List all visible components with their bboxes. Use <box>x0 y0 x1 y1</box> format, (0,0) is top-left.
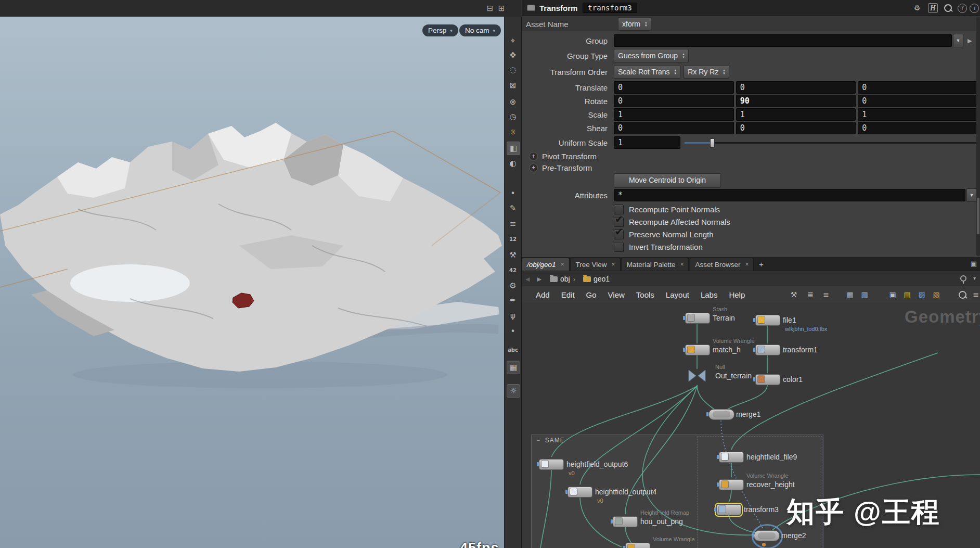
menu-edit[interactable]: Edit <box>556 290 581 299</box>
group-input[interactable] <box>614 34 952 47</box>
pin-icon[interactable] <box>960 275 966 282</box>
chevron-down-icon[interactable]: ▾ <box>973 275 976 281</box>
scrollbar-thumb[interactable] <box>977 198 979 234</box>
menu-go[interactable]: Go <box>581 290 602 299</box>
snap-point-icon[interactable]: • <box>507 187 519 200</box>
asset-name-dropdown[interactable]: xform <box>618 17 651 31</box>
expand-plus-icon[interactable]: + <box>529 152 538 161</box>
scale-z-input[interactable]: 1 <box>858 108 978 121</box>
invert-transformation-checkbox[interactable] <box>614 242 624 252</box>
pane-network-icon[interactable]: ⊟ <box>485 3 495 14</box>
node-terrain[interactable]: Stash Terrain <box>685 313 710 323</box>
close-icon[interactable]: × <box>745 261 749 268</box>
tab-material-palette[interactable]: Material Palette × <box>622 258 689 271</box>
select-lasso-icon[interactable]: ◌ <box>507 63 519 76</box>
sculpt-tool-icon[interactable]: ⚒ <box>507 249 519 261</box>
node-body[interactable] <box>719 479 744 490</box>
shading-mode-icon[interactable]: ◧ <box>507 142 520 155</box>
node-partial-bottom[interactable]: Volume Wrangle <box>625 543 650 548</box>
group-dropdown-button[interactable]: ▼ <box>953 34 963 47</box>
uniform-scale-slider[interactable] <box>685 137 979 148</box>
parameter-scrollbar[interactable] <box>976 17 980 256</box>
camera-menu-button[interactable]: No cam▾ <box>459 24 501 36</box>
cancel-loop-icon[interactable]: ⊗ <box>507 96 519 108</box>
shear-x-input[interactable]: 0 <box>614 122 734 134</box>
split-tool-icon[interactable]: ψ <box>507 310 519 322</box>
node-body[interactable] <box>716 504 741 515</box>
back-arrow-icon[interactable]: ◀ <box>522 276 533 283</box>
slider-handle[interactable] <box>710 138 715 148</box>
draw-stroke-icon[interactable]: ✎ <box>507 202 519 214</box>
node-body[interactable] <box>625 543 650 548</box>
attributes-dropdown-button[interactable]: ▼ <box>966 188 977 202</box>
menu-view[interactable]: View <box>602 290 630 299</box>
uniform-scale-input[interactable]: 1 <box>614 136 680 149</box>
node-recover-height[interactable]: Volume Wrangle recover_height <box>719 479 744 489</box>
shear-y-input[interactable]: 0 <box>736 122 856 134</box>
badge-42-icon[interactable]: 42 <box>507 264 519 277</box>
rotate-x-input[interactable]: 0 <box>614 95 734 107</box>
transform-order-dropdown[interactable]: Scale Rot Trans <box>614 65 680 79</box>
node-color1[interactable]: color1 <box>755 374 780 384</box>
close-icon[interactable]: × <box>612 261 615 268</box>
scale-y-input[interactable]: 1 <box>736 108 856 121</box>
node-hou-out-png[interactable]: HeightField Remap hou_out_png <box>613 516 638 526</box>
close-icon[interactable]: × <box>680 261 684 268</box>
node-merge2[interactable]: merge2 <box>754 530 780 540</box>
pane-layout-icon[interactable]: ⊞ <box>496 3 507 14</box>
node-file1[interactable]: file1 wlkjbhn_lod0.fbx <box>755 315 780 325</box>
attributes-input[interactable]: * <box>614 189 965 201</box>
node-heightfield-file9[interactable]: heightfield_file9 <box>719 452 744 462</box>
node-body[interactable] <box>613 516 638 527</box>
null-node-icon[interactable] <box>688 369 706 383</box>
badge-12-icon[interactable]: 12 <box>507 233 519 246</box>
settings-gear-icon[interactable]: ⚙ <box>911 2 923 14</box>
headlight-icon[interactable]: ☼ <box>507 126 519 138</box>
rotate-y-input[interactable]: 90 <box>736 95 856 107</box>
pane-split-icon[interactable]: ▣ <box>971 260 977 267</box>
node-body[interactable] <box>755 374 780 385</box>
new-tab-button[interactable]: + <box>755 258 767 271</box>
breadcrumb-obj[interactable]: obj <box>560 275 570 283</box>
lock-selection-icon[interactable]: ⊠ <box>507 79 519 92</box>
tree-view-icon[interactable]: ≣ <box>805 290 816 299</box>
node-match-h[interactable]: Volume Wrangle match_h <box>685 345 710 354</box>
pre-transform-collapser[interactable]: + Pre-Transform <box>522 161 979 174</box>
node-body[interactable] <box>708 409 734 420</box>
find-node-icon[interactable] <box>959 291 966 299</box>
group-type-dropdown[interactable]: Guess from Group <box>614 49 689 62</box>
preserve-normal-length-checkbox[interactable] <box>614 230 624 239</box>
rotate-z-input[interactable]: 0 <box>858 95 978 107</box>
background-image-icon[interactable]: ▦ <box>507 361 520 374</box>
tab-asset-browser[interactable]: Asset Browser × <box>690 258 754 271</box>
sticky-note-icon[interactable]: ▤ <box>902 290 912 299</box>
timer-icon[interactable]: ◷ <box>507 110 519 123</box>
node-heightfield-output6[interactable]: heightfield_output6 v0 <box>539 459 564 469</box>
close-icon[interactable]: × <box>561 261 564 268</box>
grid-small-icon[interactable]: ▦ <box>845 290 855 299</box>
scene-viewport[interactable]: Persp▾ No cam▾ 45fps <box>0 17 504 548</box>
node-body[interactable] <box>685 345 710 355</box>
menu-add[interactable]: Add <box>530 290 556 299</box>
node-body[interactable] <box>755 345 780 355</box>
expand-plus-icon[interactable]: + <box>529 163 538 172</box>
node-transform3[interactable]: transform3 <box>716 504 741 514</box>
houdini-logo-icon[interactable]: H <box>928 3 938 13</box>
node-body[interactable] <box>719 452 744 463</box>
image-plane-icon[interactable]: ▨ <box>917 290 927 299</box>
shear-z-input[interactable]: 0 <box>858 122 978 134</box>
translate-y-input[interactable]: 0 <box>736 81 856 94</box>
menu-layout[interactable]: Layout <box>660 290 695 299</box>
move-handles-icon[interactable]: ✥ <box>507 49 519 61</box>
list-view-icon[interactable]: ≡ <box>821 290 831 299</box>
forward-arrow-icon[interactable]: ▶ <box>533 276 545 283</box>
wrench-tool-icon[interactable]: ⚙ <box>507 279 519 292</box>
more-menu-icon[interactable]: ≡ <box>971 290 980 299</box>
material-shade-icon[interactable]: ◐ <box>507 157 519 170</box>
text-abc-icon[interactable]: abc <box>507 344 519 356</box>
point-dot-icon[interactable]: • <box>507 325 519 338</box>
node-body[interactable] <box>754 530 780 541</box>
rotate-order-dropdown[interactable]: Rx Ry Rz <box>684 65 729 79</box>
info-icon[interactable]: i <box>970 4 979 13</box>
search-icon[interactable] <box>944 4 952 12</box>
